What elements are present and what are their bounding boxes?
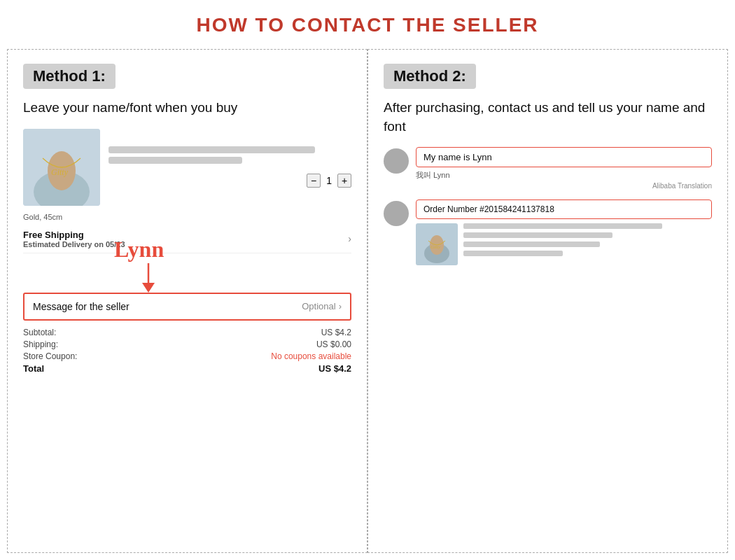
total-row: Total US $4.2 [23,363,351,374]
translation-text: 我叫 Lynn [416,170,712,181]
translation-label: Alibaba Translation [416,182,712,190]
subtotal-label: Subtotal: [23,328,56,337]
quantity-row: − 1 + [108,174,351,188]
product-row-small: Gitty [416,223,712,265]
page-title: HOW TO CONTACT THE SELLER [196,14,538,36]
lynn-label: Lynn [114,237,164,262]
qty-value: 1 [326,175,332,186]
total-label: Total [23,363,44,374]
blur-line-4 [463,251,563,256]
svg-marker-5 [142,283,155,293]
mock-checkout-ui: Gitty − 1 + Gold, 45cm [23,129,351,374]
chat-message-1: My name is Lynn 我叫 Lynn Alibaba Translat… [384,147,712,190]
subtotal-row: Subtotal: US $4.2 [23,328,351,337]
shipping-cost-value: US $0.00 [316,340,351,349]
method2-description: After purchasing, contact us and tell us… [384,99,712,136]
coupon-label: Store Coupon: [23,351,77,361]
shipping-title: Free Shipping [23,230,125,240]
avatar-1 [384,148,409,174]
shipping-row: Free Shipping Estimated Delivery on 05/2… [23,225,351,253]
variant-label: Gold, 45cm [23,213,351,221]
order-chat-content: Order Number #201584241137818 Gitty [416,200,712,265]
product-desc-blurs [463,223,712,260]
shipping-date-label: Estimated Delivery on [23,240,104,248]
blur-line-1 [463,223,662,229]
total-value: US $4.2 [318,363,351,374]
chat-bubble-order: Order Number #201584241137818 [416,200,712,219]
product-info: − 1 + [108,146,351,188]
product-price-blur [108,157,242,164]
shipping-info: Free Shipping Estimated Delivery on 05/2… [23,230,125,248]
svg-text:Gitty: Gitty [51,167,69,177]
coupon-row: Store Coupon: No coupons available [23,351,351,361]
lynn-annotation-area: Lynn [23,258,351,293]
chat-message-text-1: My name is Lynn [424,152,492,162]
method1-badge: Method 1: [23,64,115,89]
optional-label: Optional [302,301,335,312]
message-label: Message for the seller [33,301,130,312]
avatar-2 [384,201,409,226]
shipping-chevron[interactable]: › [348,233,351,244]
qty-plus-button[interactable]: + [337,174,351,188]
product-thumbnail: Gitty [23,129,100,206]
product-row: Gitty − 1 + [23,129,351,206]
order-number-text: Order Number #201584241137818 [424,204,554,214]
right-column: Method 2: After purchasing, contact us a… [368,49,728,553]
shipping-cost-row: Shipping: US $0.00 [23,340,351,349]
blur-line-3 [463,241,600,247]
message-for-seller-box[interactable]: Message for the seller Optional › [23,293,351,321]
chat-bubble-1: My name is Lynn [416,147,712,167]
chat-bubble-area-1: My name is Lynn 我叫 Lynn Alibaba Translat… [416,147,712,190]
message-chevron: › [339,301,342,312]
qty-minus-button[interactable]: − [307,174,321,188]
left-column: Method 1: Leave your name/font when you … [7,49,368,553]
necklace-svg: Gitty [23,129,100,206]
shipping-cost-label: Shipping: [23,340,58,349]
arrow-down-icon [139,263,158,293]
coupon-value: No coupons available [271,351,351,361]
chat-mock: My name is Lynn 我叫 Lynn Alibaba Translat… [384,147,712,265]
chat-message-2: Order Number #201584241137818 Gitty [384,200,712,265]
shipping-date: Estimated Delivery on 05/23 [23,240,125,248]
blur-line-2 [463,232,612,238]
thumb-small-svg: Gitty [418,225,456,264]
message-optional-area: Optional › [302,301,342,312]
order-summary: Subtotal: US $4.2 Shipping: US $0.00 Sto… [23,328,351,374]
columns-wrapper: Method 1: Leave your name/font when you … [7,49,728,553]
product-title-blur [108,146,315,153]
method2-badge: Method 2: [384,64,476,89]
svg-text:Gitty: Gitty [430,244,441,250]
thumb-small: Gitty [416,223,458,265]
page-wrapper: HOW TO CONTACT THE SELLER Method 1: Leav… [0,0,735,560]
method1-description: Leave your name/font when you buy [23,99,351,118]
subtotal-value: US $4.2 [321,328,351,337]
